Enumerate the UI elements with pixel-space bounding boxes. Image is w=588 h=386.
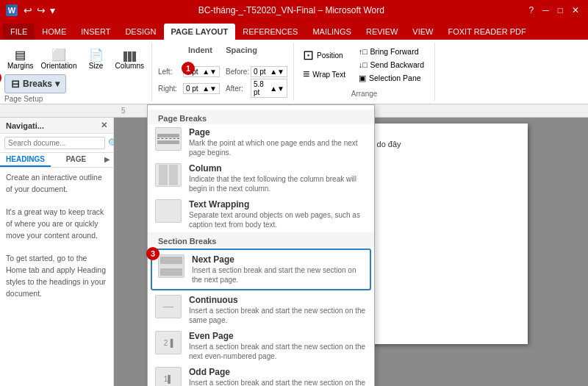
after-label: After:	[226, 85, 248, 93]
page-break-text: Page Mark the point at which one page en…	[189, 127, 367, 157]
tab-file[interactable]: FILE	[3, 24, 35, 40]
breaks-dropdown-menu: Page Breaks Page Mark the point at which…	[147, 104, 375, 386]
columns-button[interactable]: Columns	[112, 46, 147, 71]
nav-content-line-1: Create an interactive outline of your do…	[6, 172, 107, 196]
indent-spacing-spinners: Left: 0 pt▲▼ Before: 0 pt▲▼ Right: 0 pt▲…	[158, 66, 287, 98]
tab-mailings[interactable]: MAILINGS	[305, 24, 359, 40]
odd-page-text: Odd Page Insert a section break and star…	[189, 367, 367, 386]
title-left: W ↩ ↪ ▾	[6, 4, 57, 16]
nav-search-area: 🔍 ▾	[0, 134, 113, 153]
columns-icon	[123, 47, 136, 62]
column-break-text: Column Indicate that the text following …	[189, 163, 367, 193]
ribbon-tabs: FILE HOME INSERT DESIGN PAGE LAYOUT REFE…	[0, 21, 588, 40]
tab-design[interactable]: DESIGN	[118, 24, 163, 40]
indent-label: Indent	[188, 46, 212, 54]
undo-redo-group: ↩ ↪ ▾	[22, 4, 57, 16]
spacing-label: Spacing	[226, 46, 257, 54]
redo-button[interactable]: ↪	[35, 4, 47, 16]
menu-item-page[interactable]: Page Mark the point at which one page en…	[148, 124, 374, 160]
nav-tab-arrow[interactable]: ▶	[101, 153, 113, 167]
nav-pane-close-button[interactable]: ✕	[101, 121, 107, 130]
nav-pane-title: Navigati... ✕	[0, 118, 113, 134]
nav-content-line-3: To get started, go to the Home tab and a…	[6, 253, 107, 299]
selection-pane-icon: ▣	[359, 74, 366, 82]
spacing-after-input[interactable]: 5.8 pt▲▼	[251, 79, 287, 98]
menu-item-evenpage[interactable]: 2▐ Even Page Insert a section break and …	[148, 328, 374, 364]
position-icon: ⊡	[303, 47, 314, 63]
window-title: BC-tháng-_-T52020_VN-Final – Microsoft W…	[198, 5, 384, 15]
left-label: Left:	[158, 68, 180, 76]
tab-home[interactable]: HOME	[35, 24, 74, 40]
badge-2: 2	[0, 71, 1, 85]
nav-content-line-2: It's a great way to keep track of where …	[6, 207, 107, 241]
tab-view[interactable]: VIEW	[405, 24, 440, 40]
title-bar: W ↩ ↪ ▾ BC-tháng-_-T52020_VN-Final – Mic…	[0, 0, 588, 21]
odd-page-icon: 1▌	[155, 367, 182, 386]
even-page-text: Even Page Insert a section break and sta…	[189, 331, 367, 361]
badge-3: 3	[146, 247, 159, 260]
orientation-button[interactable]: ⬜ Orientation	[38, 46, 80, 71]
menu-item-continuous[interactable]: ── Continuous Insert a section break and…	[148, 292, 374, 328]
menu-item-nextpage[interactable]: 3 Next Page Insert a section break and s…	[151, 249, 371, 290]
tab-references[interactable]: REFERENCES	[235, 24, 305, 40]
ruler-mark-5: 5	[121, 107, 126, 115]
tab-foxitreader[interactable]: FOXIT READER PDF	[440, 24, 533, 40]
next-page-text: Next Page Insert a section break and sta…	[192, 254, 364, 285]
nav-tab-pages[interactable]: PAGE	[51, 153, 101, 167]
maximize-button[interactable]: □	[555, 5, 566, 15]
navigation-pane: Navigati... ✕ 🔍 ▾ HEADINGS PAGE ▶ Create…	[0, 118, 114, 386]
breaks-button[interactable]: ⊟ Breaks ▾	[4, 74, 66, 93]
text-wrapping-icon	[155, 199, 182, 223]
continuous-icon: ──	[155, 295, 182, 318]
column-break-icon	[155, 163, 182, 187]
ribbon-content: ▤ Margins ⬜ Orientation 📄 Size Column	[0, 40, 588, 104]
position-button[interactable]: ⊡ Position	[300, 46, 348, 65]
menu-item-column[interactable]: Column Indicate that the text following …	[148, 160, 374, 196]
menu-item-oddpage[interactable]: 1▌ Odd Page Insert a section break and s…	[148, 364, 374, 386]
breaks-dropdown-arrow: ▾	[55, 79, 60, 89]
breaks-icon: ⊟	[11, 78, 20, 90]
even-page-icon: 2▐	[155, 331, 182, 354]
minimize-button[interactable]: ─	[539, 5, 552, 15]
window-controls: ? ─ □ ✕	[526, 5, 582, 15]
text-wrapping-text: Text Wrapping Separate text around objec…	[189, 199, 367, 229]
bring-forward-icon: ↑□	[359, 47, 368, 56]
menu-item-textwrapping[interactable]: Text Wrapping Separate text around objec…	[148, 196, 374, 232]
next-page-icon	[158, 254, 184, 278]
wrap-text-icon: ≡	[303, 68, 309, 81]
close-button[interactable]: ✕	[569, 5, 582, 15]
tab-review[interactable]: REVIEW	[359, 24, 405, 40]
send-backward-icon: ↓□	[359, 60, 368, 69]
tab-pagelayout[interactable]: PAGE LAYOUT	[164, 24, 236, 40]
tab-insert[interactable]: INSERT	[74, 24, 118, 40]
right-label: Right:	[158, 85, 180, 93]
page-break-icon	[155, 127, 182, 151]
group-indent-spacing: Indent Spacing Left: 0 pt▲▼ Before: 0 pt…	[152, 43, 294, 101]
nav-tabs: HEADINGS PAGE ▶	[0, 153, 113, 168]
help-button[interactable]: ?	[526, 5, 537, 15]
badge-1: 1	[182, 62, 195, 75]
spacing-before-input[interactable]: 0 pt▲▼	[251, 66, 287, 77]
size-button[interactable]: 📄 Size	[82, 46, 111, 71]
continuous-text: Continuous Insert a section break and st…	[189, 295, 367, 325]
wrap-text-button[interactable]: ≡ Wrap Text	[300, 66, 348, 82]
margins-button[interactable]: ▤ Margins	[4, 46, 37, 71]
section-breaks-header: Section Breaks	[148, 232, 374, 247]
customize-button[interactable]: ▾	[49, 4, 57, 16]
page-breaks-header: Page Breaks	[148, 110, 374, 124]
group-arrange: ⊡ Position ≡ Wrap Text ↑□ Bring Forward …	[294, 43, 435, 101]
selection-pane-button[interactable]: ▣ Selection Pane	[354, 72, 429, 84]
send-backward-button[interactable]: ↓□ Send Backward	[354, 59, 429, 71]
bring-forward-button[interactable]: ↑□ Bring Forward	[354, 46, 429, 57]
page-setup-label: Page Setup	[4, 93, 43, 103]
word-icon: W	[6, 4, 18, 16]
arrange-label: Arrange	[351, 88, 378, 98]
nav-pane-content: Create an interactive outline of your do…	[0, 168, 113, 304]
nav-search-input[interactable]	[4, 137, 105, 149]
indent-right-input[interactable]: 0 pt▲▼	[183, 83, 220, 94]
group-page-setup: ▤ Margins ⬜ Orientation 📄 Size Column	[0, 43, 152, 101]
before-label: Before:	[226, 68, 248, 76]
nav-pane-title-text: Navigati...	[6, 121, 44, 130]
nav-tab-headings[interactable]: HEADINGS	[0, 153, 51, 167]
undo-button[interactable]: ↩	[22, 4, 34, 16]
